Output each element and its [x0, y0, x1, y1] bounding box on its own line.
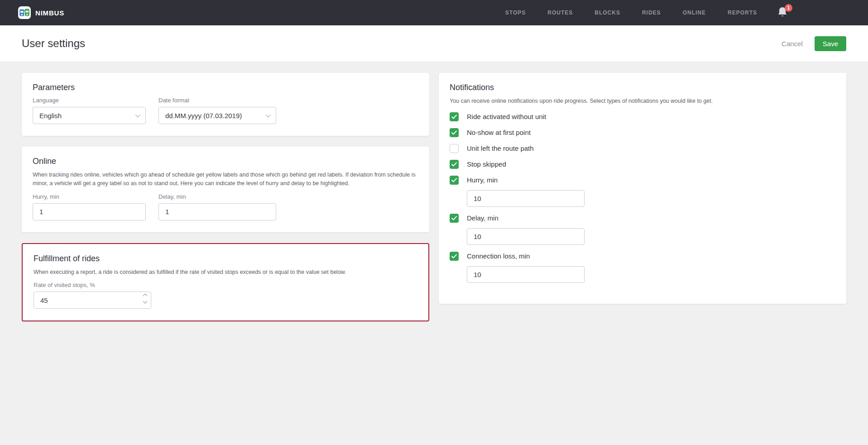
notification-checkbox[interactable]: [450, 252, 459, 261]
delay-input[interactable]: [158, 203, 276, 220]
notifications-list: Ride activated without unit No-show at f…: [450, 112, 835, 283]
notifications-description: You can receive online notifications upo…: [450, 97, 835, 105]
parameters-card: Parameters Language English Date format …: [22, 73, 429, 136]
notification-checkbox[interactable]: [450, 128, 459, 137]
language-select[interactable]: English: [33, 107, 146, 124]
notification-label: Stop skipped: [467, 160, 506, 168]
notifications-bell-button[interactable]: 1: [777, 6, 789, 19]
notification-label: Hurry, min: [467, 176, 498, 184]
check-icon: [451, 162, 457, 167]
hurry-field: Hurry, min: [33, 193, 146, 220]
notification-value-field: [467, 190, 835, 207]
language-value: English: [39, 112, 135, 120]
notification-checkbox[interactable]: [450, 176, 459, 185]
online-description: When tracking rides online, vehicles whi…: [33, 171, 418, 188]
top-navbar: NIMBUS STOPS ROUTES BLOCKS RIDES ONLINE …: [0, 0, 868, 25]
notification-value-field: [467, 228, 835, 245]
fulfillment-description: When executing a report, a ride is consi…: [34, 268, 417, 277]
number-stepper[interactable]: [144, 294, 147, 303]
rate-label: Rate of visited stops, %: [34, 282, 417, 288]
nimbus-logo-icon: [18, 6, 31, 19]
stepper-down-icon[interactable]: [143, 299, 148, 304]
left-column: Parameters Language English Date format …: [22, 73, 429, 321]
notification-checkbox[interactable]: [450, 144, 459, 153]
notification-item: Stop skipped: [450, 160, 835, 169]
notification-checkbox[interactable]: [450, 214, 459, 223]
date-format-field: Date format dd.MM.yyyy (07.03.2019): [158, 97, 276, 124]
parameters-title: Parameters: [33, 83, 418, 92]
nav-links: STOPS ROUTES BLOCKS RIDES ONLINE REPORTS: [505, 10, 757, 16]
check-icon: [451, 254, 457, 258]
notification-label: No-show at first point: [467, 129, 531, 136]
notification-item: Connection loss, min: [450, 252, 835, 283]
brand[interactable]: NIMBUS: [18, 6, 64, 19]
delay-label: Delay, min: [158, 193, 276, 200]
rate-field: [34, 292, 151, 309]
notification-checkbox[interactable]: [450, 160, 459, 169]
check-icon: [451, 130, 457, 135]
notification-checkbox[interactable]: [450, 112, 459, 121]
fulfillment-title: Fulfillment of rides: [34, 254, 417, 263]
notifications-title: Notifications: [450, 83, 835, 92]
notifications-card: Notifications You can receive online not…: [439, 73, 846, 304]
nav-link[interactable]: REPORTS: [728, 10, 757, 16]
online-title: Online: [33, 157, 418, 166]
rate-input[interactable]: [34, 292, 151, 309]
chevron-down-icon: [266, 112, 271, 117]
notification-label: Ride activated without unit: [467, 113, 546, 120]
notification-value-input[interactable]: [467, 190, 585, 207]
fulfillment-card: Fulfillment of rides When executing a re…: [22, 243, 429, 322]
page-header: User settings Cancel Save: [0, 25, 868, 62]
notification-item: No-show at first point: [450, 128, 835, 137]
notification-item: Unit left the route path: [450, 144, 835, 153]
notification-item: Ride activated without unit: [450, 112, 835, 121]
notification-item: Delay, min: [450, 214, 835, 245]
page-title: User settings: [22, 37, 85, 50]
date-format-select[interactable]: dd.MM.yyyy (07.03.2019): [158, 107, 276, 124]
hurry-label: Hurry, min: [33, 193, 146, 200]
hurry-input[interactable]: [33, 203, 146, 220]
notification-value-field: [467, 266, 835, 283]
language-field: Language English: [33, 97, 146, 124]
notification-label: Unit left the route path: [467, 144, 534, 152]
nav-link[interactable]: BLOCKS: [595, 10, 620, 16]
notification-value-input[interactable]: [467, 228, 585, 245]
notification-label: Connection loss, min: [467, 252, 530, 260]
nav-link[interactable]: RIDES: [642, 10, 661, 16]
save-button[interactable]: Save: [815, 36, 846, 51]
chevron-down-icon: [135, 112, 140, 117]
notification-label: Delay, min: [467, 214, 499, 222]
notification-value-input[interactable]: [467, 266, 585, 283]
stepper-up-icon[interactable]: [143, 294, 148, 298]
online-card: Online When tracking rides online, vehic…: [22, 147, 429, 232]
delay-field: Delay, min: [158, 193, 276, 220]
date-format-value: dd.MM.yyyy (07.03.2019): [165, 112, 266, 120]
check-icon: [451, 178, 457, 182]
check-icon: [451, 115, 457, 119]
right-column: Notifications You can receive online not…: [439, 73, 846, 304]
nav-link[interactable]: ROUTES: [547, 10, 573, 16]
language-label: Language: [33, 97, 146, 104]
cancel-button[interactable]: Cancel: [782, 40, 803, 48]
date-format-label: Date format: [158, 97, 276, 104]
nav-link[interactable]: STOPS: [505, 10, 526, 16]
notification-count-badge: 1: [785, 4, 792, 12]
header-actions: Cancel Save: [782, 36, 846, 51]
brand-name: NIMBUS: [35, 9, 64, 17]
notification-item: Hurry, min: [450, 176, 835, 207]
content-area: Parameters Language English Date format …: [0, 62, 868, 332]
check-icon: [451, 216, 457, 220]
nav-link[interactable]: ONLINE: [683, 10, 706, 16]
